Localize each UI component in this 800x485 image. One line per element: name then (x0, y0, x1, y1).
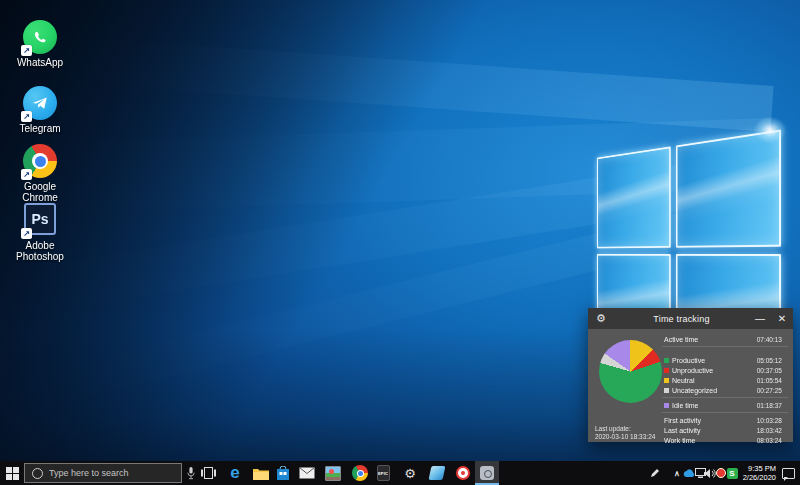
cortana-icon (32, 468, 43, 479)
taskbar-photos[interactable] (321, 461, 345, 485)
summary-label: Work time (664, 437, 757, 444)
clock-date: 2/26/2020 (743, 473, 776, 482)
category-value: 01:05:54 (757, 377, 782, 384)
desktop-icon-label: Telegram (8, 123, 72, 134)
category-row: Unproductive 00:37:05 (662, 365, 788, 375)
uncategorized-swatch (664, 388, 669, 393)
desktop-icon-label: Adobe Photoshop (8, 240, 72, 262)
time-tracking-window: ⚙ Time tracking — ✕ Last update: 2020-03… (588, 308, 793, 442)
pen-icon (650, 468, 660, 478)
task-view-icon (201, 467, 216, 479)
pie-chart (599, 340, 662, 403)
divider (662, 346, 788, 347)
taskbar-store[interactable] (271, 461, 295, 485)
alarm-clock-icon (716, 468, 726, 478)
summary-label: First activity (664, 417, 757, 424)
divider (662, 412, 788, 413)
category-value: 00:37:05 (757, 367, 782, 374)
taskbar-time-tracker-active[interactable] (475, 461, 499, 485)
taskbar-settings[interactable]: ⚙ (398, 461, 422, 485)
last-update: Last update: 2020-03-10 18:33:24 (595, 425, 655, 441)
neutral-swatch (664, 378, 669, 383)
summary-value: 08:03:24 (757, 437, 782, 444)
window-titlebar[interactable]: ⚙ Time tracking — ✕ (588, 308, 793, 329)
category-label: Unproductive (672, 367, 757, 374)
idle-swatch (664, 403, 669, 408)
mail-icon (299, 467, 315, 479)
shortcut-arrow-badge: ↗ (21, 111, 32, 122)
category-value: 00:27:25 (757, 387, 782, 394)
taskbar-recorder-app[interactable] (451, 461, 475, 485)
epic-games-icon: EPIC (377, 465, 390, 481)
window-title: Time tracking (614, 314, 749, 324)
recorder-icon (456, 466, 470, 480)
window-body: Last update: 2020-03-10 18:33:24 Active … (588, 329, 793, 442)
windows-logo-icon (6, 467, 19, 480)
last-update-label: Last update: (595, 425, 655, 433)
stats-panel: Active time 07:40:13 Productive 05:05:12… (662, 334, 788, 445)
category-label: Neutral (672, 377, 757, 384)
start-button[interactable] (0, 461, 24, 485)
clock-time: 9:35 PM (748, 464, 776, 473)
category-label: Uncategorized (672, 387, 757, 394)
tray-hidden-icons[interactable]: ∧ (671, 461, 683, 485)
divider (662, 397, 788, 398)
shield-icon: S (727, 468, 738, 479)
unproductive-swatch (664, 368, 669, 373)
search-input[interactable]: Type here to search (24, 463, 182, 483)
chrome-icon (352, 465, 368, 481)
gear-icon: ⚙ (404, 466, 416, 481)
active-time-row: Active time 07:40:13 (662, 334, 788, 344)
edge-icon: e (230, 465, 239, 481)
search-placeholder: Type here to search (49, 468, 129, 478)
category-label: Productive (672, 357, 757, 364)
summary-label: Last activity (664, 427, 757, 434)
taskbar: Type here to search e EP (0, 461, 800, 485)
active-time-value: 07:40:13 (757, 336, 782, 343)
notes-app-icon (429, 466, 446, 480)
settings-gear-icon[interactable]: ⚙ (588, 312, 614, 325)
summary-value: 10:03:28 (757, 417, 782, 424)
taskbar-mail[interactable] (295, 461, 319, 485)
store-icon (276, 466, 290, 481)
category-row: Productive 05:05:12 (662, 355, 788, 365)
desktop-icon-whatsapp[interactable]: ↗ WhatsApp (8, 20, 72, 68)
category-row: Uncategorized 00:27:25 (662, 385, 788, 395)
action-center-icon (782, 468, 795, 479)
minimize-button[interactable]: — (749, 313, 771, 324)
action-center-button[interactable] (779, 461, 797, 485)
tray-antivirus[interactable]: S (726, 461, 738, 485)
desktop-icon-telegram[interactable]: ↗ Telegram (8, 86, 72, 134)
desktop-icon-label: WhatsApp (8, 57, 72, 68)
category-row: Neutral 01:05:54 (662, 375, 788, 385)
summary-value: 18:03:42 (757, 427, 782, 434)
taskbar-notes-app[interactable] (425, 461, 449, 485)
active-time-label: Active time (664, 336, 757, 343)
task-view-button[interactable] (196, 461, 220, 485)
desktop-icon-label: Google Chrome (8, 181, 72, 203)
category-value: 05:05:12 (757, 357, 782, 364)
shortcut-arrow-badge: ↗ (21, 228, 32, 239)
idle-time-row: Idle time 01:18:37 (662, 400, 788, 410)
shortcut-arrow-badge: ↗ (21, 45, 32, 56)
summary-row: Last activity 18:03:42 (662, 425, 788, 435)
taskbar-clock[interactable]: 9:35 PM 2/26/2020 (743, 461, 778, 485)
taskbar-epic-games[interactable]: EPIC (371, 461, 395, 485)
time-tracker-icon (480, 466, 494, 480)
last-update-value: 2020-03-10 18:33:24 (595, 433, 655, 441)
taskbar-file-explorer[interactable] (249, 461, 273, 485)
summary-row: First activity 10:03:28 (662, 415, 788, 425)
taskbar-edge[interactable]: e (223, 461, 247, 485)
summary-row: Work time 08:03:24 (662, 435, 788, 445)
idle-label: Idle time (672, 402, 757, 409)
microphone-icon (187, 467, 195, 480)
desktop-icon-photoshop[interactable]: Ps ↗ Adobe Photoshop (8, 202, 72, 262)
desktop-icon-chrome[interactable]: ↗ Google Chrome (8, 144, 72, 203)
shortcut-arrow-badge: ↗ (21, 169, 32, 180)
idle-value: 01:18:37 (757, 402, 782, 409)
close-button[interactable]: ✕ (771, 313, 793, 324)
desktop-wallpaper: ↗ WhatsApp ↗ Telegram ↗ Google Chrome Ps… (0, 0, 800, 485)
taskbar-chrome[interactable] (348, 461, 372, 485)
file-explorer-icon (253, 467, 269, 480)
tray-pen[interactable] (649, 461, 661, 485)
